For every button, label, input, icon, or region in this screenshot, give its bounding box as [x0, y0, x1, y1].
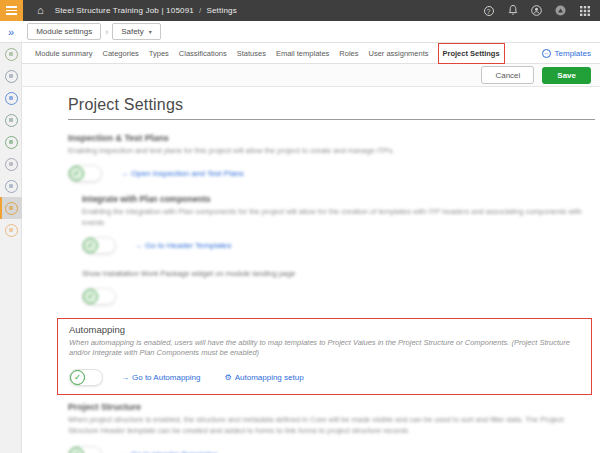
- breadcrumb-separator: /: [199, 6, 201, 15]
- automapping-setup-label: Automapping setup: [235, 373, 304, 382]
- integrate-toggle[interactable]: ✓: [82, 237, 116, 254]
- module-selector-dropdown[interactable]: Safety ▾: [112, 23, 161, 40]
- module-6-icon: [5, 158, 18, 171]
- caret-down-icon: ▾: [149, 28, 152, 35]
- module-selector-label: Safety: [121, 27, 144, 36]
- automapping-toggle[interactable]: ✓: [69, 369, 103, 386]
- module-9-icon: [5, 224, 18, 237]
- arrow-right-icon: →: [120, 169, 128, 178]
- integrate-description: Enabling the integration with Plan compo…: [82, 207, 595, 229]
- automapping-title: Automapping: [69, 324, 581, 335]
- hamburger-menu-icon[interactable]: [0, 0, 23, 21]
- section-automapping-highlighted: Automapping When automapping is enabled,…: [57, 318, 592, 396]
- inspection-toggle[interactable]: ✓: [68, 165, 102, 182]
- sidebar-module-icon-8-active[interactable]: [0, 197, 22, 219]
- sidebar-module-icon-4[interactable]: [0, 109, 22, 131]
- open-itp-link-label: Open Inspection and Test Plans: [131, 169, 244, 178]
- structure-header-templates-label: Go to Header Templates: [131, 450, 218, 453]
- module-8-icon: [5, 202, 18, 215]
- save-button[interactable]: Save: [542, 67, 591, 84]
- gear-icon: ⚙: [225, 373, 232, 382]
- title-divider: [68, 119, 595, 120]
- module-breadcrumb-row: » Module settings › Safety ▾: [0, 21, 600, 43]
- iwp-widget-title: Show Installation Work Package widget on…: [82, 269, 595, 280]
- settings-crumb: Settings: [206, 6, 237, 15]
- sidebar-module-icon-7[interactable]: [0, 175, 22, 197]
- page-title: Project Settings: [68, 96, 595, 114]
- inspection-section-title: Inspection & Test Plans: [68, 133, 595, 143]
- module-icon-sidebar: [0, 43, 22, 453]
- integrate-title: Integrate with Plan components: [82, 194, 595, 204]
- project-breadcrumb-title: Steel Structure Training Job | 105091 / …: [55, 6, 237, 15]
- home-icon[interactable]: ⌂: [37, 0, 44, 21]
- module-7-icon: [5, 180, 18, 193]
- module-2-icon: [5, 70, 18, 83]
- check-icon: ✓: [69, 447, 84, 453]
- tab-categories[interactable]: Categories: [103, 49, 139, 58]
- avatar[interactable]: [555, 5, 566, 16]
- module-settings-label: Module settings: [36, 27, 92, 36]
- sidebar-module-icon-9[interactable]: [0, 219, 22, 241]
- arrow-right-icon: →: [121, 373, 129, 382]
- section-project-structure: Project Structure When project structure…: [68, 402, 595, 453]
- module-3-icon: [5, 92, 18, 105]
- help-icon[interactable]: ?: [483, 5, 494, 16]
- sidebar-module-icon-1[interactable]: [0, 43, 22, 65]
- module-1-icon: [5, 48, 18, 61]
- header-templates-link[interactable]: → Go to Header Templates: [134, 241, 232, 250]
- sidebar-module-icon-2[interactable]: [0, 65, 22, 87]
- project-structure-description: When project structure is enabled, the s…: [68, 415, 593, 437]
- cancel-button[interactable]: Cancel: [481, 66, 534, 84]
- structure-header-templates-link[interactable]: → Go to Header Templates: [120, 450, 218, 453]
- templates-link-label: Templates: [555, 49, 591, 58]
- tab-email-templates[interactable]: Email templates: [276, 49, 329, 58]
- project-name: Steel Structure Training Job | 105091: [55, 6, 194, 15]
- check-icon: ✓: [70, 370, 85, 385]
- header-templates-link-label: Go to Header Templates: [145, 241, 232, 250]
- integrate-plan-components-block: Integrate with Plan components Enabling …: [82, 194, 595, 255]
- iwp-widget-block: Show Installation Work Package widget on…: [82, 269, 595, 306]
- open-itp-link[interactable]: → Open Inspection and Test Plans: [120, 169, 244, 178]
- go-to-automapping-link[interactable]: → Go to Automapping: [121, 373, 201, 382]
- apps-grid-icon[interactable]: [579, 5, 590, 16]
- automapping-description: When automapping is enabled, users will …: [69, 338, 581, 360]
- tab-statuses[interactable]: Statuses: [237, 49, 266, 58]
- project-settings-panel: Project Settings Inspection & Test Plans…: [22, 87, 600, 453]
- iwp-widget-toggle[interactable]: ✓: [82, 288, 116, 305]
- circled-arrow-icon: →: [542, 49, 551, 58]
- chevron-right-icon: ›: [105, 27, 108, 37]
- check-icon: ✓: [69, 166, 84, 181]
- account-icon[interactable]: [531, 5, 542, 16]
- check-icon: ✓: [83, 238, 98, 253]
- tab-user-assignments[interactable]: User assignments: [369, 49, 429, 58]
- tab-types[interactable]: Types: [149, 49, 169, 58]
- sidebar-module-icon-6[interactable]: [0, 153, 22, 175]
- project-structure-toggle[interactable]: ✓: [68, 446, 102, 453]
- sidebar-module-icon-5[interactable]: [0, 131, 22, 153]
- settings-tab-bar: Module summary Categories Types Classifi…: [22, 43, 600, 64]
- check-icon: ✓: [83, 289, 98, 304]
- top-bar: ⌂ Steel Structure Training Job | 105091 …: [0, 0, 600, 21]
- tab-project-settings[interactable]: Project Settings: [439, 44, 504, 63]
- tab-roles[interactable]: Roles: [339, 49, 358, 58]
- project-structure-title: Project Structure: [68, 402, 595, 412]
- sidebar-module-icon-3[interactable]: [0, 87, 22, 109]
- arrow-right-icon: →: [120, 450, 128, 453]
- arrow-right-icon: →: [134, 241, 142, 250]
- go-to-automapping-label: Go to Automapping: [132, 373, 201, 382]
- templates-link[interactable]: → Templates: [542, 49, 591, 58]
- module-settings-crumb[interactable]: Module settings: [27, 23, 101, 40]
- expand-sidebar-icon[interactable]: »: [8, 26, 14, 38]
- module-5-icon: [5, 136, 18, 149]
- module-4-icon: [5, 114, 18, 127]
- tab-module-summary[interactable]: Module summary: [35, 49, 93, 58]
- automapping-setup-link[interactable]: ⚙ Automapping setup: [225, 373, 304, 382]
- notifications-bell-icon[interactable]: [507, 5, 518, 16]
- section-inspection-test-plans: Inspection & Test Plans Enabling inspect…: [68, 133, 595, 306]
- tab-classifications[interactable]: Classifications: [179, 49, 227, 58]
- inspection-section-description: Enabling inspection and test plans for t…: [68, 146, 593, 157]
- action-bar: Cancel Save: [22, 64, 600, 87]
